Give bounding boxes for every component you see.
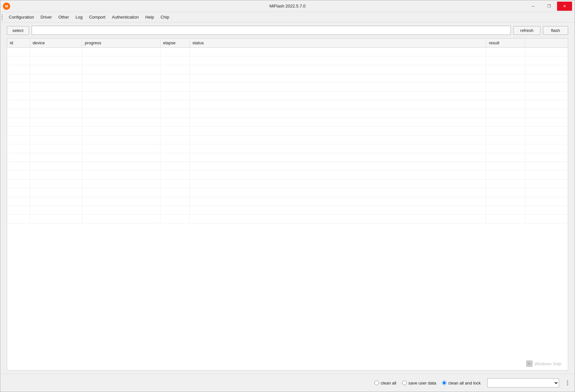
table-row	[7, 171, 568, 180]
title-bar-left: M	[3, 3, 10, 10]
cell	[7, 56, 30, 65]
table-row	[7, 206, 568, 215]
cell	[190, 65, 486, 74]
cell	[30, 188, 82, 197]
table-row	[7, 74, 568, 83]
cell	[525, 74, 568, 82]
cell	[525, 65, 568, 74]
cell	[82, 56, 160, 65]
cell	[30, 118, 82, 126]
cell	[82, 48, 160, 56]
menu-item-driver[interactable]: Driver	[37, 13, 55, 21]
cell	[160, 215, 190, 223]
window-title: MiFlash 2022.5.7.0	[269, 4, 306, 8]
cell	[486, 92, 525, 100]
cell	[30, 206, 82, 214]
cell	[190, 215, 486, 223]
cell	[525, 83, 568, 91]
menu-item-authentication[interactable]: Authentication	[109, 13, 142, 21]
cell	[486, 56, 525, 65]
cell	[30, 136, 82, 144]
cell	[160, 171, 190, 179]
cell	[82, 144, 160, 153]
cell	[82, 127, 160, 135]
menu-item-log[interactable]: Log	[72, 13, 86, 21]
cell	[525, 48, 568, 56]
cell	[30, 92, 82, 100]
col-header-status: status	[190, 38, 486, 47]
app-icon: M	[3, 3, 10, 10]
cell	[160, 56, 190, 65]
radio-save-user-data[interactable]: save user data	[402, 381, 436, 385]
cell	[82, 153, 160, 162]
cell	[30, 180, 82, 188]
table-row	[7, 197, 568, 206]
radio-clean-all-and-lock[interactable]: clean all and lock	[442, 381, 481, 385]
radio-clean-all-input[interactable]	[374, 381, 379, 385]
cell	[82, 197, 160, 206]
cell	[30, 83, 82, 91]
title-bar: M MiFlash 2022.5.7.0 ─ ❐ ✕	[0, 0, 575, 12]
menu-item-configuration[interactable]: Configuration	[6, 13, 37, 21]
menu-item-comport[interactable]: Comport	[86, 13, 109, 21]
flash-button[interactable]: flash	[543, 26, 568, 35]
cell	[160, 74, 190, 82]
cell	[7, 100, 30, 109]
radio-save-user-data-input[interactable]	[402, 381, 407, 385]
menu-item-other[interactable]: Other	[55, 13, 72, 21]
cell	[30, 144, 82, 153]
cell	[7, 74, 30, 82]
cell	[7, 162, 30, 170]
cell	[7, 127, 30, 135]
cell	[7, 136, 30, 144]
col-header-result: result	[486, 38, 525, 47]
cell	[160, 65, 190, 74]
refresh-button[interactable]: refresh	[513, 26, 540, 35]
table-row	[7, 100, 568, 109]
cell	[190, 92, 486, 100]
cell	[190, 100, 486, 109]
close-button[interactable]: ✕	[557, 2, 572, 11]
cell	[525, 127, 568, 135]
table-row	[7, 118, 568, 127]
cell	[190, 56, 486, 65]
snip-label: Windows Snip	[535, 361, 561, 366]
cell	[525, 188, 568, 197]
cell	[190, 197, 486, 206]
cell	[525, 109, 568, 118]
cell	[7, 188, 30, 197]
cell	[525, 206, 568, 214]
path-input[interactable]	[32, 26, 511, 35]
cell	[82, 65, 160, 74]
flash-mode-dropdown[interactable]	[487, 378, 559, 387]
minimize-button[interactable]: ─	[526, 2, 541, 11]
select-button[interactable]: select	[7, 26, 29, 35]
cell	[160, 48, 190, 56]
cell	[190, 109, 486, 118]
cell	[190, 144, 486, 153]
cell	[486, 136, 525, 144]
cell	[190, 83, 486, 91]
cell	[486, 100, 525, 109]
cell	[7, 65, 30, 74]
cell	[486, 83, 525, 91]
cell	[30, 153, 82, 162]
cell	[190, 162, 486, 170]
cell	[190, 180, 486, 188]
bottom-bar: clean all save user data clean all and l…	[0, 374, 575, 392]
radio-clean-all[interactable]: clean all	[374, 381, 396, 385]
restore-button[interactable]: ❐	[541, 2, 556, 11]
menu-item-chip[interactable]: Chip	[157, 13, 173, 21]
menu-item-help[interactable]: Help	[142, 13, 157, 21]
cell	[7, 109, 30, 118]
cell	[525, 136, 568, 144]
snip-icon: ✂	[526, 360, 533, 367]
cell	[82, 118, 160, 126]
radio-save-user-data-label: save user data	[408, 381, 436, 385]
cell	[7, 92, 30, 100]
radio-clean-all-and-lock-input[interactable]	[442, 381, 446, 385]
cell	[82, 83, 160, 91]
cell	[82, 100, 160, 109]
table-row	[7, 127, 568, 136]
cell	[160, 118, 190, 126]
